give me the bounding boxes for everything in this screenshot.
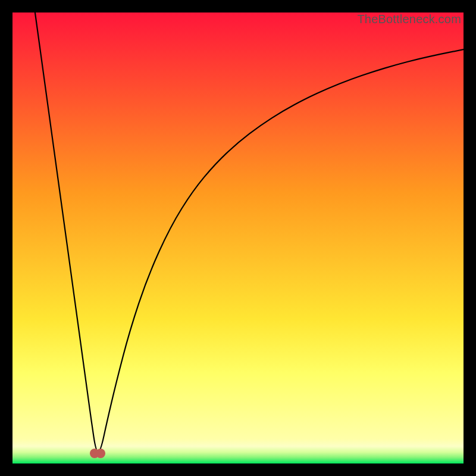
marker-lobe-right <box>96 449 105 458</box>
watermark-text: TheBottleneck.com <box>357 12 461 26</box>
optimum-marker <box>90 449 105 458</box>
bottleneck-curve <box>35 12 464 452</box>
curve-layer <box>12 12 464 464</box>
plot-frame: TheBottleneck.com <box>12 12 464 464</box>
